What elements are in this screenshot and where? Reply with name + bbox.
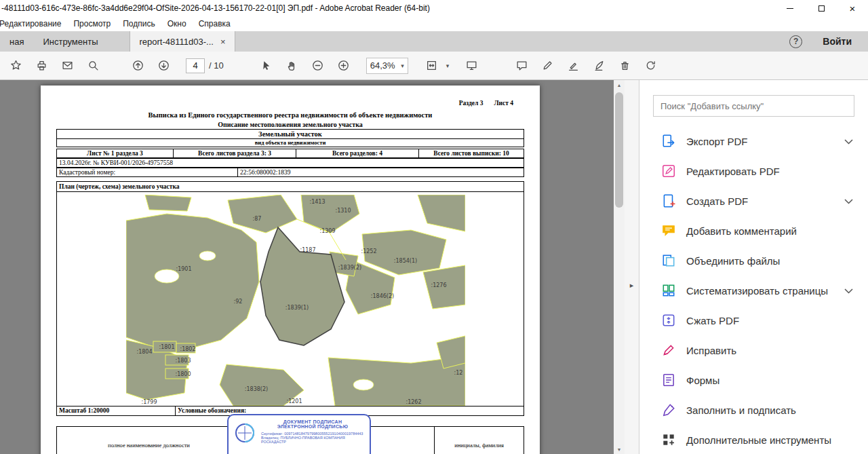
tab-bar: ная Инструменты report-48111d03-... × ? …: [0, 31, 868, 52]
tab-home[interactable]: ная: [0, 31, 33, 52]
tab-document[interactable]: report-48111d03-... ×: [130, 31, 236, 52]
chevron-down-icon[interactable]: ▾: [446, 62, 450, 69]
underline-pen-button[interactable]: [560, 54, 586, 77]
tab-close-icon[interactable]: ×: [220, 37, 226, 46]
parcel-label: :1799: [141, 399, 157, 405]
tool-label: Формы: [686, 375, 719, 386]
chevron-down-icon[interactable]: [844, 284, 853, 297]
tool-organize-pages[interactable]: Систематизировать страницы: [639, 276, 868, 305]
email-button[interactable]: [54, 54, 80, 77]
chevron-down-icon[interactable]: [844, 135, 853, 147]
maximize-icon: [818, 5, 825, 12]
parcel-label: :92: [234, 299, 243, 305]
tools-panel: Экспорт PDF Редактировать PDF Создать PD…: [639, 80, 868, 454]
digital-signature-stamp: ДОКУМЕНТ ПОДПИСАН ЭЛЕКТРОННОЙ ПОДПИСЬЮ С…: [227, 414, 371, 454]
arrow-up-circle-icon: [132, 60, 144, 71]
arrow-down-circle-icon: [158, 60, 170, 71]
next-page-button[interactable]: [151, 54, 176, 77]
object-type: Земельный участок: [57, 130, 524, 139]
pdf-page: Раздел 3 Лист 4 Выписка из Единого госуд…: [41, 86, 540, 454]
tools-search-box: [653, 95, 854, 117]
parcel-label: :1803: [175, 358, 191, 364]
zoom-level-select[interactable]: 64,3% ▾: [366, 58, 408, 74]
zoom-in-button[interactable]: [331, 54, 357, 77]
envelope-icon: [62, 60, 73, 71]
page-total-label: / 10: [209, 60, 224, 71]
tool-forms[interactable]: Формы: [639, 365, 868, 395]
menu-view[interactable]: Просмотр: [67, 16, 117, 31]
cadastral-label: Кадастровый номер:: [57, 168, 238, 176]
signin-button[interactable]: Войти: [823, 36, 852, 47]
feather-pen-icon: [593, 60, 605, 71]
tool-fill-sign[interactable]: Заполнить и подписать: [639, 395, 868, 425]
forms-icon: [661, 373, 676, 387]
scroll-down-icon[interactable]: ▼: [614, 444, 625, 454]
footer-position-label: полное наименование должности: [57, 427, 241, 454]
tab-tools[interactable]: Инструменты: [33, 31, 107, 52]
tool-combine-files[interactable]: Объединить файлы: [639, 246, 868, 276]
stamp-line1: ДОКУМЕНТ ПОДПИСАН: [261, 419, 364, 424]
close-button[interactable]: ×: [837, 0, 868, 16]
tool-label: Экспорт PDF: [686, 136, 748, 147]
minimize-button[interactable]: [774, 0, 806, 16]
monitor-icon: [466, 60, 477, 71]
expand-panel-icon[interactable]: ▸: [627, 276, 636, 294]
minus-circle-icon: [312, 60, 323, 71]
comment-button[interactable]: [509, 54, 534, 77]
page-number-input[interactable]: [186, 58, 205, 73]
tool-compress-pdf[interactable]: Сжать PDF: [639, 305, 868, 335]
sheet-info-cell: Всего разделов: 4: [296, 149, 419, 157]
tool-label: Сжать PDF: [686, 315, 739, 326]
tool-more-tools[interactable]: Дополнительные инструменты: [639, 425, 868, 454]
sheet-info-cell: Всего листов раздела 3: 3: [174, 149, 296, 157]
tool-fix[interactable]: Исправить: [639, 335, 868, 365]
create-pdf-icon: [661, 193, 676, 208]
tool-create-pdf[interactable]: Создать PDF: [639, 186, 868, 216]
stamp-line2: ЭЛЕКТРОННОЙ ПОДПИСЬЮ: [261, 424, 364, 429]
pencil-tool-button[interactable]: [534, 54, 560, 77]
maximize-button[interactable]: [806, 0, 837, 16]
plan-box: План (чертеж, схема) земельного участка: [56, 181, 524, 416]
parcel-map-svg: :1413:1310:87:1309:1187:1252:1854(1):183…: [126, 195, 465, 406]
favorites-button[interactable]: [3, 54, 28, 77]
sign-tool-button[interactable]: [586, 54, 612, 77]
parcel-label: :1839(1): [285, 305, 309, 311]
previous-page-button[interactable]: [125, 54, 151, 77]
menu-edit[interactable]: Редактирование: [0, 16, 67, 31]
edit-pdf-icon: [661, 164, 676, 178]
vertical-scrollbar[interactable]: ▲ ▼: [614, 80, 625, 454]
fill-sign-icon: [661, 402, 676, 417]
chevron-down-icon[interactable]: [844, 195, 853, 207]
parcel-label: :12: [454, 370, 463, 376]
cadastral-row: Кадастровый номер: 22:56:080002:1839: [56, 168, 524, 177]
reading-mode-button[interactable]: [458, 54, 484, 77]
scrollbar-thumb[interactable]: [615, 92, 623, 208]
parcel-label: :1252: [361, 248, 376, 254]
comment-icon: [661, 223, 676, 238]
help-icon[interactable]: ?: [789, 35, 802, 48]
tool-add-comment[interactable]: Добавить комментарий: [639, 216, 868, 246]
parcel-map: :1413:1310:87:1309:1187:1252:1854(1):183…: [126, 195, 465, 409]
tools-search-input[interactable]: [654, 101, 854, 111]
star-icon: [10, 60, 22, 71]
delete-button[interactable]: [612, 54, 637, 77]
tool-edit-pdf[interactable]: Редактировать PDF: [639, 156, 868, 186]
panel-splitter: ▸: [625, 80, 639, 454]
zoom-out-button[interactable]: [305, 54, 331, 77]
parcel-label: :1201: [286, 398, 302, 404]
refresh-button[interactable]: [637, 54, 663, 77]
tool-export-pdf[interactable]: Экспорт PDF: [639, 126, 868, 156]
scroll-up-icon[interactable]: ▲: [614, 80, 625, 90]
search-button[interactable]: [80, 54, 106, 77]
date-number-row: 13.04.2026г. № КУВИ-001/2026-49757558: [56, 158, 524, 168]
menu-help[interactable]: Справка: [193, 16, 237, 31]
menu-sign[interactable]: Подпись: [117, 16, 161, 31]
trash-icon: [619, 60, 631, 71]
select-tool-button[interactable]: [254, 54, 279, 77]
parcel-label: :1838(2): [245, 386, 268, 392]
hand-tool-button[interactable]: [279, 54, 305, 77]
page-fit-button[interactable]: [419, 54, 445, 77]
print-button[interactable]: [28, 54, 54, 77]
window-title: -48111d03-616c-473e-86fc-3a4dd6e29f04-Of…: [1, 3, 430, 13]
menu-window[interactable]: Окно: [161, 16, 193, 31]
